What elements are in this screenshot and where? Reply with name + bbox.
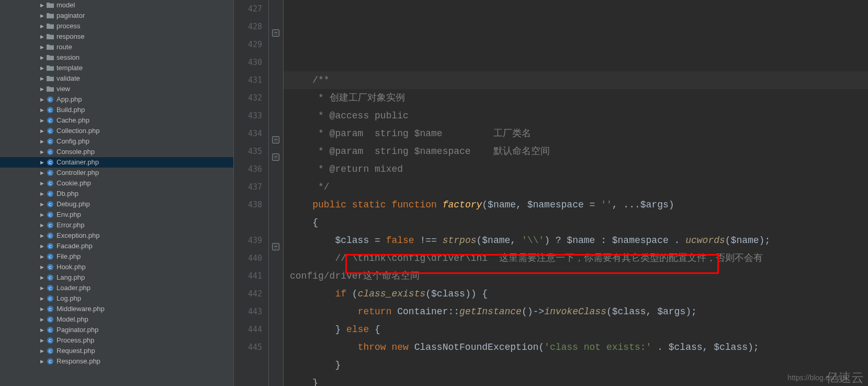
svg-text:C: C	[49, 275, 52, 280]
line-number: 439	[234, 231, 268, 249]
code-line[interactable]: config/driver这个命名空间	[284, 267, 868, 285]
tree-file-Response-php[interactable]: ▶CResponse.php	[0, 356, 233, 367]
chevron-right-icon: ▶	[39, 274, 45, 281]
tree-file-App-php[interactable]: ▶CApp.php	[0, 94, 233, 105]
code-line[interactable]: $class = false !== strpos($name, '\\') ?…	[284, 231, 868, 249]
chevron-right-icon: ▶	[39, 191, 45, 197]
tree-folder-template[interactable]: ▶template	[0, 63, 233, 73]
chevron-right-icon: ▶	[39, 327, 45, 333]
code-line[interactable]: public static function factory($name, $n…	[284, 196, 868, 214]
tree-file-Container-php[interactable]: ▶CContainer.php	[0, 157, 233, 168]
tree-file-Paginator-php[interactable]: ▶CPaginator.php	[0, 325, 233, 335]
php-file-icon: C	[46, 138, 54, 145]
tree-file-Process-php[interactable]: ▶CProcess.php	[0, 335, 233, 346]
tree-item-label: Facade.php	[57, 241, 93, 251]
svg-text:C: C	[49, 160, 52, 165]
fold-toggle-icon[interactable]: −	[272, 29, 279, 37]
chevron-right-icon: ▶	[39, 212, 45, 218]
tree-item-label: Lang.php	[57, 272, 85, 283]
tree-folder-view[interactable]: ▶view	[0, 84, 233, 94]
tree-file-Config-php[interactable]: ▶CConfig.php	[0, 136, 233, 147]
tree-file-Env-php[interactable]: ▶CEnv.php	[0, 209, 233, 220]
tree-file-Debug-php[interactable]: ▶CDebug.php	[0, 199, 233, 209]
code-line[interactable]	[284, 53, 868, 71]
tree-file-Facade-php[interactable]: ▶CFacade.php	[0, 241, 233, 251]
tree-file-Exception-php[interactable]: ▶CException.php	[0, 230, 233, 241]
tree-file-Build-php[interactable]: ▶CBuild.php	[0, 105, 233, 115]
code-area[interactable]: /** * 创建工厂对象实例 * @access public * @param…	[284, 0, 868, 386]
code-line[interactable]: return Container::getInstance()->invokeC…	[284, 303, 868, 321]
tree-folder-paginator[interactable]: ▶paginator	[0, 10, 233, 21]
tree-folder-response[interactable]: ▶response	[0, 31, 233, 42]
fold-toggle-icon[interactable]: −	[272, 243, 279, 250]
php-file-icon: C	[46, 180, 54, 187]
code-line[interactable]: * @access public	[284, 107, 868, 125]
svg-text:C: C	[49, 359, 52, 364]
php-file-icon: C	[46, 159, 54, 166]
php-file-icon: C	[46, 232, 54, 239]
code-line[interactable]: throw new ClassNotFoundException('class …	[284, 338, 868, 356]
chevron-right-icon: ▶	[39, 96, 45, 103]
code-line[interactable]: // \think\config\driver\ini 这里需要注意一下，你需要…	[284, 249, 868, 267]
tree-file-Loader-php[interactable]: ▶CLoader.php	[0, 283, 233, 293]
chevron-right-icon: ▶	[39, 337, 45, 344]
code-line[interactable]: * 创建工厂对象实例	[284, 89, 868, 107]
fold-toggle-icon[interactable]: −	[272, 153, 279, 161]
tree-file-Console-php[interactable]: ▶CConsole.php	[0, 147, 233, 157]
code-line[interactable]: } else {	[284, 321, 868, 338]
code-line[interactable]: }	[284, 356, 868, 374]
chevron-right-icon: ▶	[39, 358, 45, 365]
tree-folder-validate[interactable]: ▶validate	[0, 73, 233, 84]
chevron-right-icon: ▶	[39, 285, 45, 291]
chevron-right-icon: ▶	[39, 149, 45, 155]
chevron-right-icon: ▶	[39, 201, 45, 207]
php-file-icon: C	[46, 106, 54, 114]
code-line[interactable]: */	[284, 178, 868, 196]
tree-folder-route[interactable]: ▶route	[0, 42, 233, 52]
svg-text:C: C	[49, 234, 52, 238]
tree-item-label: Error.php	[57, 220, 84, 230]
code-line[interactable]: * @param string $name 工厂类名	[284, 125, 868, 142]
chevron-right-icon: ▶	[39, 23, 45, 29]
tree-folder-model[interactable]: ▶model	[0, 0, 233, 10]
code-editor[interactable]: 4274284294304314324334344354364374384394…	[234, 0, 868, 386]
code-line[interactable]: * @param string $namespace 默认命名空间	[284, 142, 868, 160]
php-file-icon: C	[46, 358, 54, 365]
tree-file-Db-php[interactable]: ▶CDb.php	[0, 189, 233, 199]
tree-item-label: Cookie.php	[57, 178, 91, 189]
php-file-icon: C	[46, 337, 54, 344]
tree-file-Cache-php[interactable]: ▶CCache.php	[0, 115, 233, 126]
tree-file-Model-php[interactable]: ▶CModel.php	[0, 314, 233, 325]
file-tree-sidebar[interactable]: ▶model▶paginator▶process▶response▶route▶…	[0, 0, 234, 386]
code-line[interactable]: /**	[284, 71, 868, 89]
tree-file-Controller-php[interactable]: ▶CController.php	[0, 168, 233, 178]
tree-item-label: Controller.php	[57, 168, 99, 178]
tree-file-Lang-php[interactable]: ▶CLang.php	[0, 272, 233, 283]
tree-file-Log-php[interactable]: ▶CLog.php	[0, 293, 233, 304]
tree-file-Collection-php[interactable]: ▶CCollection.php	[0, 126, 233, 136]
tree-file-File-php[interactable]: ▶CFile.php	[0, 251, 233, 262]
tree-file-Cookie-php[interactable]: ▶CCookie.php	[0, 178, 233, 189]
tree-file-Request-php[interactable]: ▶CRequest.php	[0, 346, 233, 356]
chevron-right-icon: ▶	[39, 34, 45, 40]
php-file-icon: C	[46, 190, 54, 197]
tree-file-Middleware-php[interactable]: ▶CMiddleware.php	[0, 304, 233, 314]
tree-item-label: Build.php	[57, 105, 85, 115]
svg-text:C: C	[49, 338, 52, 343]
tree-item-label: model	[57, 0, 75, 10]
svg-text:C: C	[49, 296, 52, 301]
fold-gutter[interactable]: −−−−	[269, 0, 284, 386]
code-line[interactable]: }	[284, 374, 868, 386]
code-line[interactable]: {	[284, 214, 868, 231]
tree-file-Hook-php[interactable]: ▶CHook.php	[0, 262, 233, 272]
chevron-right-icon: ▶	[39, 107, 45, 113]
tree-folder-process[interactable]: ▶process	[0, 21, 233, 31]
tree-folder-session[interactable]: ▶session	[0, 52, 233, 63]
code-line[interactable]: if (class_exists($class)) {	[284, 285, 868, 303]
tree-file-Error-php[interactable]: ▶CError.php	[0, 220, 233, 230]
folder-icon	[46, 23, 54, 30]
code-line[interactable]: * @return mixed	[284, 160, 868, 178]
folder-icon	[46, 64, 54, 72]
svg-text:C: C	[49, 118, 52, 123]
fold-toggle-icon[interactable]: −	[272, 136, 279, 144]
